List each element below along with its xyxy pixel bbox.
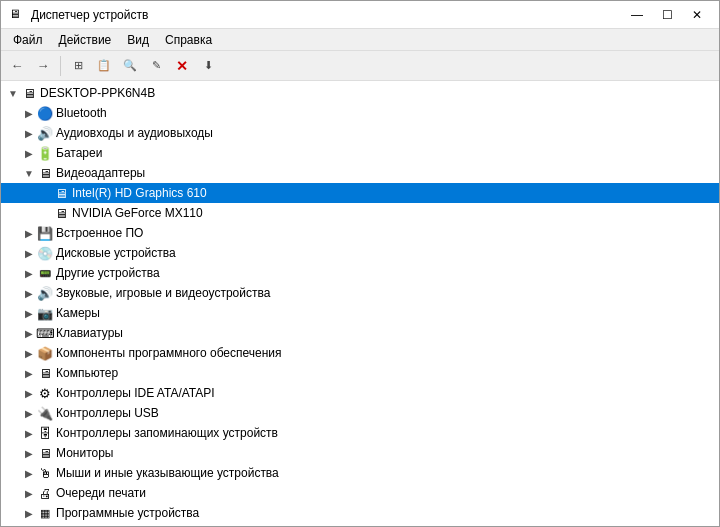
tree-root[interactable]: ▼ 🖥 DESKTOP-PPK6N4B bbox=[1, 83, 719, 103]
disk-label: Дисковые устройства bbox=[56, 246, 176, 260]
sw-devices-label: Программные устройства bbox=[56, 506, 199, 520]
sound-icon: 🔊 bbox=[37, 285, 53, 301]
tree-item-storage[interactable]: ▶ 🗄 Контроллеры запоминающих устройств bbox=[1, 423, 719, 443]
tree-item-computer[interactable]: ▶ 🖥 Компьютер bbox=[1, 363, 719, 383]
other-label: Другие устройства bbox=[56, 266, 160, 280]
expander-computer[interactable]: ▶ bbox=[21, 365, 37, 381]
cpu-icon: 🖥 bbox=[37, 525, 53, 526]
expander-cameras[interactable]: ▶ bbox=[21, 305, 37, 321]
monitors-icon: 🖥 bbox=[37, 445, 53, 461]
expander-audio[interactable]: ▶ bbox=[21, 125, 37, 141]
title-bar: 🖥 Диспетчер устройств — ☐ ✕ bbox=[1, 1, 719, 29]
expander-sound[interactable]: ▶ bbox=[21, 285, 37, 301]
expander-sw-components[interactable]: ▶ bbox=[21, 345, 37, 361]
device-tree[interactable]: ▼ 🖥 DESKTOP-PPK6N4B ▶ 🔵 Bluetooth ▶ 🔊 Ау… bbox=[1, 81, 719, 526]
audio-icon: 🔊 bbox=[37, 125, 53, 141]
menu-view[interactable]: Вид bbox=[119, 31, 157, 49]
show-grid-button[interactable]: ⊞ bbox=[66, 54, 90, 78]
tree-item-firmware[interactable]: ▶ 💾 Встроенное ПО bbox=[1, 223, 719, 243]
tree-item-other[interactable]: ▶ 📟 Другие устройства bbox=[1, 263, 719, 283]
tree-item-cameras[interactable]: ▶ 📷 Камеры bbox=[1, 303, 719, 323]
remove-button[interactable]: ✕ bbox=[170, 54, 194, 78]
expander-other[interactable]: ▶ bbox=[21, 265, 37, 281]
tree-item-batteries[interactable]: ▶ 🔋 Батареи bbox=[1, 143, 719, 163]
search-button[interactable]: 🔍 bbox=[118, 54, 142, 78]
cameras-label: Камеры bbox=[56, 306, 100, 320]
expander-mice[interactable]: ▶ bbox=[21, 465, 37, 481]
expander-nvidia[interactable] bbox=[37, 205, 53, 221]
tree-item-video[interactable]: ▼ 🖥 Видеоадаптеры bbox=[1, 163, 719, 183]
expander-cpu[interactable]: ▼ bbox=[21, 525, 37, 526]
window-title: Диспетчер устройств bbox=[31, 8, 148, 22]
sw-devices-icon: ▦ bbox=[37, 505, 53, 521]
tree-item-monitors[interactable]: ▶ 🖥 Мониторы bbox=[1, 443, 719, 463]
expander-intel-hd[interactable] bbox=[37, 185, 53, 201]
sw-components-label: Компоненты программного обеспечения bbox=[56, 346, 282, 360]
bluetooth-icon: 🔵 bbox=[37, 105, 53, 121]
firmware-icon: 💾 bbox=[37, 225, 53, 241]
tree-item-bluetooth[interactable]: ▶ 🔵 Bluetooth bbox=[1, 103, 719, 123]
back-button[interactable]: ← bbox=[5, 54, 29, 78]
tree-item-cpu[interactable]: ▼ 🖥 Процессоры bbox=[1, 523, 719, 526]
storage-label: Контроллеры запоминающих устройств bbox=[56, 426, 278, 440]
tree-item-intel-hd[interactable]: 🖥 Intel(R) HD Graphics 610 bbox=[1, 183, 719, 203]
update-button[interactable]: ⬇ bbox=[196, 54, 220, 78]
tree-item-print[interactable]: ▶ 🖨 Очереди печати bbox=[1, 483, 719, 503]
expander-print[interactable]: ▶ bbox=[21, 485, 37, 501]
menu-help[interactable]: Справка bbox=[157, 31, 220, 49]
forward-button[interactable]: → bbox=[31, 54, 55, 78]
tree-item-keyboards[interactable]: ▶ ⌨ Клавиатуры bbox=[1, 323, 719, 343]
window-controls: — ☐ ✕ bbox=[623, 5, 711, 25]
mice-label: Мыши и иные указывающие устройства bbox=[56, 466, 279, 480]
print-label: Очереди печати bbox=[56, 486, 146, 500]
expander-root[interactable]: ▼ bbox=[5, 85, 21, 101]
menu-action[interactable]: Действие bbox=[51, 31, 120, 49]
title-bar-left: 🖥 Диспетчер устройств bbox=[9, 7, 148, 23]
expander-firmware[interactable]: ▶ bbox=[21, 225, 37, 241]
toolbar: ← → ⊞ 📋 🔍 ✎ ✕ ⬇ bbox=[1, 51, 719, 81]
ide-icon: ⚙ bbox=[37, 385, 53, 401]
computer-label: Компьютер bbox=[56, 366, 118, 380]
menu-file[interactable]: Файл bbox=[5, 31, 51, 49]
close-button[interactable]: ✕ bbox=[683, 5, 711, 25]
batteries-label: Батареи bbox=[56, 146, 102, 160]
expander-ide[interactable]: ▶ bbox=[21, 385, 37, 401]
computer-icon: 🖥 bbox=[21, 85, 37, 101]
tree-item-disk[interactable]: ▶ 💿 Дисковые устройства bbox=[1, 243, 719, 263]
intel-hd-icon: 🖥 bbox=[53, 185, 69, 201]
tree-item-audio[interactable]: ▶ 🔊 Аудиовходы и аудиовыходы bbox=[1, 123, 719, 143]
firmware-label: Встроенное ПО bbox=[56, 226, 143, 240]
expander-disk[interactable]: ▶ bbox=[21, 245, 37, 261]
expander-storage[interactable]: ▶ bbox=[21, 425, 37, 441]
maximize-button[interactable]: ☐ bbox=[653, 5, 681, 25]
battery-icon: 🔋 bbox=[37, 145, 53, 161]
expander-sw-devices[interactable]: ▶ bbox=[21, 505, 37, 521]
mice-icon: 🖱 bbox=[37, 465, 53, 481]
tree-item-sw-devices[interactable]: ▶ ▦ Программные устройства bbox=[1, 503, 719, 523]
expander-bluetooth[interactable]: ▶ bbox=[21, 105, 37, 121]
disk-icon: 💿 bbox=[37, 245, 53, 261]
minimize-button[interactable]: — bbox=[623, 5, 651, 25]
toolbar-separator-1 bbox=[60, 56, 61, 76]
tree-item-usb[interactable]: ▶ 🔌 Контроллеры USB bbox=[1, 403, 719, 423]
usb-icon: 🔌 bbox=[37, 405, 53, 421]
keyboards-label: Клавиатуры bbox=[56, 326, 123, 340]
expander-video[interactable]: ▼ bbox=[21, 165, 37, 181]
camera-icon: 📷 bbox=[37, 305, 53, 321]
tree-item-sound[interactable]: ▶ 🔊 Звуковые, игровые и видеоустройства bbox=[1, 283, 719, 303]
sw-components-icon: 📦 bbox=[37, 345, 53, 361]
expander-batteries[interactable]: ▶ bbox=[21, 145, 37, 161]
expander-monitors[interactable]: ▶ bbox=[21, 445, 37, 461]
edit-button[interactable]: ✎ bbox=[144, 54, 168, 78]
tree-item-nvidia[interactable]: 🖥 NVIDIA GeForce MX110 bbox=[1, 203, 719, 223]
usb-label: Контроллеры USB bbox=[56, 406, 159, 420]
clipboard-button[interactable]: 📋 bbox=[92, 54, 116, 78]
bluetooth-label: Bluetooth bbox=[56, 106, 107, 120]
other-icon: 📟 bbox=[37, 265, 53, 281]
intel-hd-label: Intel(R) HD Graphics 610 bbox=[72, 186, 207, 200]
tree-item-mice[interactable]: ▶ 🖱 Мыши и иные указывающие устройства bbox=[1, 463, 719, 483]
root-label: DESKTOP-PPK6N4B bbox=[40, 86, 155, 100]
tree-item-ide[interactable]: ▶ ⚙ Контроллеры IDE ATA/ATAPI bbox=[1, 383, 719, 403]
tree-item-sw-components[interactable]: ▶ 📦 Компоненты программного обеспечения bbox=[1, 343, 719, 363]
expander-usb[interactable]: ▶ bbox=[21, 405, 37, 421]
